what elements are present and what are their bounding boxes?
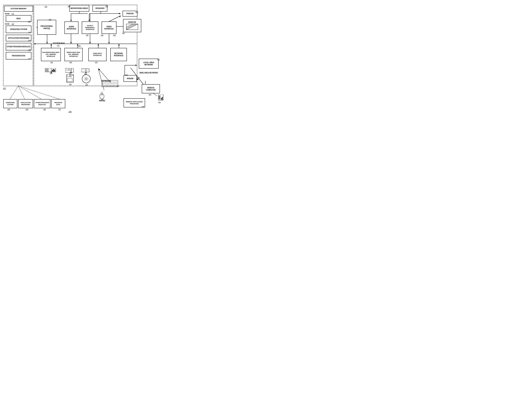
svg-rect-80 xyxy=(105,85,115,86)
ref-141: 141 xyxy=(50,72,52,74)
ref-135: 135 xyxy=(28,40,31,41)
ref-196: 196 xyxy=(135,11,138,13)
rom-label: (ROM) xyxy=(5,13,9,15)
svg-point-117 xyxy=(84,77,88,81)
svg-marker-36 xyxy=(89,20,90,21)
svg-marker-55 xyxy=(98,69,100,70)
program-data-bottom-box: PROGRAM DATA xyxy=(51,99,65,108)
ref-134: 134 xyxy=(28,31,31,33)
non-removable-storage-icon: 141 xyxy=(45,68,56,74)
ref-146: 146 xyxy=(43,109,46,110)
ref-140: 140 xyxy=(50,61,53,63)
wan-label: WIDE AREA NETWORK xyxy=(139,72,159,74)
ref-147: 147 xyxy=(58,109,61,110)
ref-145: 145 xyxy=(26,109,28,110)
ref-121: 121 xyxy=(57,45,59,46)
svg-marker-71 xyxy=(135,65,137,66)
floppy-icon-152: 152 xyxy=(66,74,74,84)
keyboard-area: KEYBOARD 162 xyxy=(102,80,118,89)
floppy-icon-151: 151 xyxy=(65,68,74,74)
ref-131: 131 xyxy=(11,13,14,15)
svg-marker-9 xyxy=(70,42,72,44)
ref-173: 173 xyxy=(137,77,140,78)
mouse-area: MOUSE 161 xyxy=(99,92,105,100)
svg-marker-40 xyxy=(119,16,121,18)
remote-computer-box: REMOTE COMPUTER xyxy=(142,84,160,93)
cd-icon-156: 156 xyxy=(82,74,91,84)
program-data-box: PROGRAM DATA xyxy=(6,52,31,59)
svg-marker-32 xyxy=(70,20,72,21)
app-programs-box: APPLICATION PROGRAMS xyxy=(6,35,31,41)
microphone-array-box: MICROPHONE ARRAY xyxy=(69,5,89,12)
app-programs-bottom-box: APPLICATION PROGRAMS xyxy=(18,99,33,108)
ref-136: 136 xyxy=(28,49,31,51)
svg-rect-103 xyxy=(54,70,55,72)
system-bus-label: SYSTEM BUS xyxy=(53,42,65,44)
svg-rect-106 xyxy=(68,69,70,70)
ref-144: 144 xyxy=(8,109,10,110)
svg-point-116 xyxy=(85,78,87,80)
svg-point-115 xyxy=(82,75,90,83)
ref-195: 195 xyxy=(101,34,103,36)
non-removable-box: NON-REMOVABLE NON-VOL. MEMORY INTERFACE xyxy=(41,48,61,61)
os-bottom-box: OPERATING SYSTEM xyxy=(3,99,17,108)
removable-box: REMOVABLE NON-VOL. MEMORY INTERFACE xyxy=(65,48,83,61)
svg-marker-7 xyxy=(34,43,36,45)
monitor-label: MONITOR xyxy=(128,21,136,23)
ref-180: 180 xyxy=(149,94,151,95)
other-modules-box: OTHER PROGRAM MODULES xyxy=(6,43,31,50)
ref-197: 197 xyxy=(105,5,108,7)
modem-box: MODEM xyxy=(123,75,137,82)
ref-190: 190 xyxy=(113,34,116,36)
remote-storage-icon: 181 xyxy=(158,94,164,102)
svg-line-74 xyxy=(126,24,136,28)
ref-156: 156 xyxy=(85,84,88,86)
ref-120: 120 xyxy=(49,19,51,20)
svg-line-64 xyxy=(18,86,25,99)
ram-label: (RAM) xyxy=(5,23,9,25)
svg-rect-101 xyxy=(52,70,53,72)
ref-132: 132 xyxy=(11,23,14,25)
ref-185: 185 xyxy=(142,106,144,107)
ref-162: 162 xyxy=(116,85,119,87)
other-modules-bottom-box: OTHER PROGRAM MODULES xyxy=(34,99,50,108)
audio-interface-box: AUDIO INTERFACE xyxy=(65,21,78,34)
ref-133: 133 xyxy=(28,21,31,22)
ref-191: 191 xyxy=(122,32,125,34)
svg-line-39 xyxy=(109,16,121,21)
svg-marker-12 xyxy=(89,42,91,44)
ref-199: 199 xyxy=(86,34,88,36)
svg-marker-53 xyxy=(98,69,100,70)
network-interface-box: NETWORK INTERFACE xyxy=(110,48,127,61)
svg-marker-57 xyxy=(137,79,139,80)
lan-box: LOCAL AREA NETWORK xyxy=(139,59,159,69)
ref-172: 172 xyxy=(125,74,128,76)
ref-137: 137 xyxy=(28,58,31,59)
system-memory-box: SYSTEM MEMORY xyxy=(4,6,33,12)
speakers-box: SPEAKERS xyxy=(93,5,107,12)
processing-unit-box: PROCESSING UNIT(S) xyxy=(37,20,56,35)
svg-line-63 xyxy=(10,86,18,99)
ref-110: 110 xyxy=(3,88,6,89)
ref-170: 170 xyxy=(95,61,97,63)
ref-152: 152 xyxy=(69,84,72,85)
svg-rect-79 xyxy=(102,84,118,85)
diagram: SYSTEM MEMORY (ROM) 131 BIOS 133 (RAM) 1… xyxy=(0,0,165,132)
cd-icon-155: 155 xyxy=(81,68,90,74)
ref-150: 150 xyxy=(69,61,72,63)
ref-181: 181 xyxy=(158,102,161,103)
ref-171: 171 xyxy=(157,59,160,60)
video-interface-box: VIDEO INTERFACE xyxy=(102,21,116,34)
user-input-box: USER INPUT INTERFACE xyxy=(88,48,107,61)
keyboard-label: KEYBOARD xyxy=(102,80,111,82)
printer-box: PRINTER xyxy=(122,11,137,17)
ref-160: 160 xyxy=(78,45,81,47)
svg-rect-78 xyxy=(102,82,118,84)
output-peripheral-box: OUTPUT PERIPHERAL INTERFACE xyxy=(82,21,98,34)
svg-rect-92 xyxy=(162,97,163,100)
svg-marker-15 xyxy=(108,42,110,44)
svg-marker-4 xyxy=(47,42,48,44)
svg-marker-43 xyxy=(119,13,121,14)
ref-100: 100 xyxy=(69,111,72,113)
svg-rect-91 xyxy=(161,98,162,100)
